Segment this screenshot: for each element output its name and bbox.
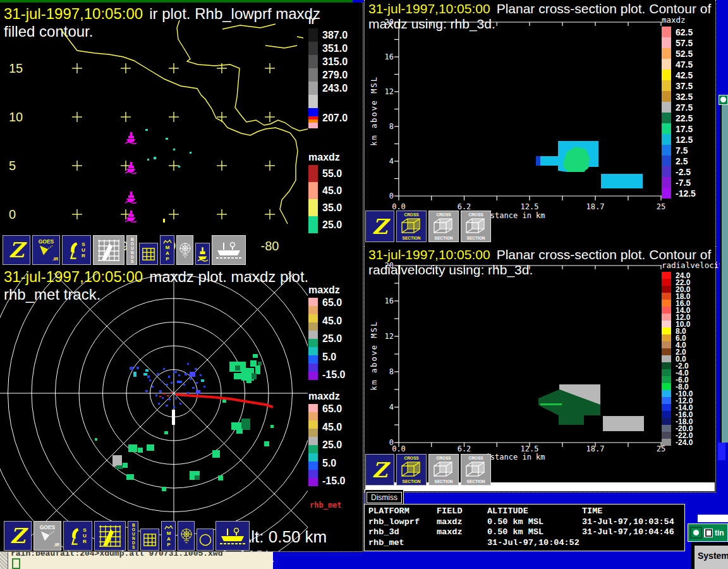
colorbar-cell xyxy=(662,439,671,446)
colorbar-cell xyxy=(308,429,318,437)
colorbar-title: maxdz xyxy=(308,152,363,163)
window-fragment-white xyxy=(698,515,728,522)
tick-label: 6.2 xyxy=(458,444,471,453)
platform-status-table: PLATFORMFIELDALTITUDETIMErhb_lowprfmaxdz… xyxy=(364,504,685,551)
cross-section-button-3[interactable]: CROSS SECTION xyxy=(461,454,491,486)
satellite-dots xyxy=(145,129,191,223)
colorbar-cell xyxy=(662,341,671,348)
ship-button[interactable] xyxy=(215,521,250,551)
colorbar-value: 62.5 xyxy=(676,27,693,37)
cross-section-plot[interactable] xyxy=(366,16,663,206)
y-axis-label: km above MSL xyxy=(370,76,379,146)
ppi-plot[interactable] xyxy=(0,273,308,551)
colorbar-value: 32.5 xyxy=(676,92,693,102)
colorbar-cell xyxy=(662,59,671,70)
antenna-grid-button[interactable] xyxy=(94,521,126,551)
zebra-logo-button[interactable]: Z xyxy=(3,235,30,265)
tick-label: 6.2 xyxy=(458,202,471,211)
colorbar-value: -12.5 xyxy=(676,188,696,199)
grid-button[interactable] xyxy=(140,529,159,551)
zebra-logo-button[interactable]: Z xyxy=(4,521,32,551)
radar-echoes xyxy=(95,354,274,491)
terminal-scrollbar[interactable] xyxy=(0,552,8,569)
surveillance-radar-button[interactable]: SUR xyxy=(63,521,92,551)
tin-window-titlebar[interactable]: tin xyxy=(688,523,728,542)
colorbar-cell xyxy=(308,347,318,355)
buoy-icon xyxy=(125,162,136,174)
bounds-button[interactable]: BOUNDS xyxy=(128,521,138,551)
circle-button[interactable] xyxy=(197,529,214,551)
tick-label: 0 xyxy=(389,192,394,200)
colorbar-value: -15.0 xyxy=(322,476,345,486)
colorbar-cell xyxy=(662,404,671,411)
table-cell xyxy=(437,538,487,549)
cross-section-button-1[interactable]: CROSS SECTION xyxy=(396,211,427,242)
cross-section-button-2[interactable]: CROSS SECTION xyxy=(428,454,459,486)
tick-label: 12 xyxy=(385,87,394,96)
map-button[interactable]: MAP xyxy=(160,235,174,265)
goes-ir-button[interactable]: GOES .IR xyxy=(32,235,60,265)
cross-section-button-2[interactable]: CROSS SECTION xyxy=(428,211,459,242)
grid-button[interactable] xyxy=(139,243,158,265)
colorbar-cell xyxy=(308,364,318,372)
colorbar-value: 315.0 xyxy=(322,56,348,68)
colorbar-value: 7.5 xyxy=(676,145,688,156)
colorbar-cell xyxy=(662,102,671,113)
colorbar-cell xyxy=(308,445,318,453)
colorbar-cell xyxy=(662,300,671,307)
colorbar-cell xyxy=(662,432,671,439)
tick-label: 20 xyxy=(385,261,394,270)
colorbar-cell xyxy=(308,55,318,68)
colorbar-cell xyxy=(662,134,671,145)
x-axis-ticks: 0.06.212.518.725 xyxy=(366,202,663,211)
cross-section-toolbar-1: ZCROSS SECTIONCROSS SECTIONCROSS SECTION xyxy=(365,211,491,242)
table-cell: maxdz xyxy=(437,517,487,528)
cross-section-button-1[interactable]: CROSS SECTION xyxy=(396,454,427,486)
buoy-button[interactable] xyxy=(195,243,210,265)
colorbar-cell xyxy=(662,411,671,418)
zebra-logo-button[interactable]: Z xyxy=(365,211,394,242)
cross-section-button-3[interactable]: CROSS SECTION xyxy=(461,211,491,242)
colorbar-value: 25.0 xyxy=(322,440,345,450)
colorbar-cell xyxy=(662,334,671,341)
window-doc-icon[interactable] xyxy=(704,529,713,537)
colorbar-cell xyxy=(308,372,318,380)
radar-web-button[interactable] xyxy=(178,521,195,551)
map-button[interactable]: MAP xyxy=(161,521,176,551)
surveillance-radar-button[interactable]: SUR xyxy=(62,235,91,265)
colorbar-cell xyxy=(308,355,318,364)
colorbar-cell xyxy=(662,37,671,48)
zebra-logo-button[interactable]: Z xyxy=(365,454,394,486)
colorbar-value: 25.0 xyxy=(322,219,342,231)
map-plot[interactable] xyxy=(0,20,308,236)
dismiss-button[interactable]: Dismiss xyxy=(367,492,402,503)
ppi-toolbar: ZGOES .IR SUR BOUNDS MAP xyxy=(4,521,250,551)
radar-web-button[interactable] xyxy=(176,235,193,265)
colorbar-title: maxdz xyxy=(308,284,363,296)
colorbar-cell xyxy=(662,369,671,376)
goes-ir-button[interactable]: GOES .IR xyxy=(33,521,61,551)
ir-colorbar: ir387.0351.0315.0279.0243.0207.0 xyxy=(308,15,363,128)
window-menu-icon[interactable] xyxy=(690,527,702,539)
colorbar-value: 47.5 xyxy=(676,59,693,70)
colorbar-cell xyxy=(308,478,318,486)
timestamp: 31-jul-1997,10:05:00 xyxy=(368,1,490,16)
colorbar-cell xyxy=(662,376,671,383)
ship-button[interactable] xyxy=(212,235,246,265)
maxdz-colorbar-1: maxdz65.045.025.05.0-15.0 xyxy=(308,284,363,380)
colorbar-cell xyxy=(308,420,318,429)
tick-label: 16 xyxy=(385,297,394,305)
window-fragment-titlebar[interactable] xyxy=(719,95,728,105)
contour-fill xyxy=(536,141,643,188)
cross-section-plot[interactable] xyxy=(366,259,663,449)
colorbar-value: -15.0 xyxy=(322,370,345,380)
colorbar-cell xyxy=(308,42,318,55)
terminal-window[interactable]: rain:beaufait:204>xdump.all 970731.1005.… xyxy=(0,551,273,569)
tick-label: 18.7 xyxy=(586,202,605,211)
system-window[interactable]: System xyxy=(691,542,728,569)
cross-section-toolbar-2: ZCROSS SECTIONCROSS SECTIONCROSS SECTION xyxy=(365,454,491,486)
bounds-button[interactable]: BOUNDS xyxy=(126,235,137,265)
antenna-grid-button[interactable] xyxy=(93,235,124,265)
minimize-icon[interactable] xyxy=(720,97,726,102)
window-fragment-blue xyxy=(718,443,725,460)
